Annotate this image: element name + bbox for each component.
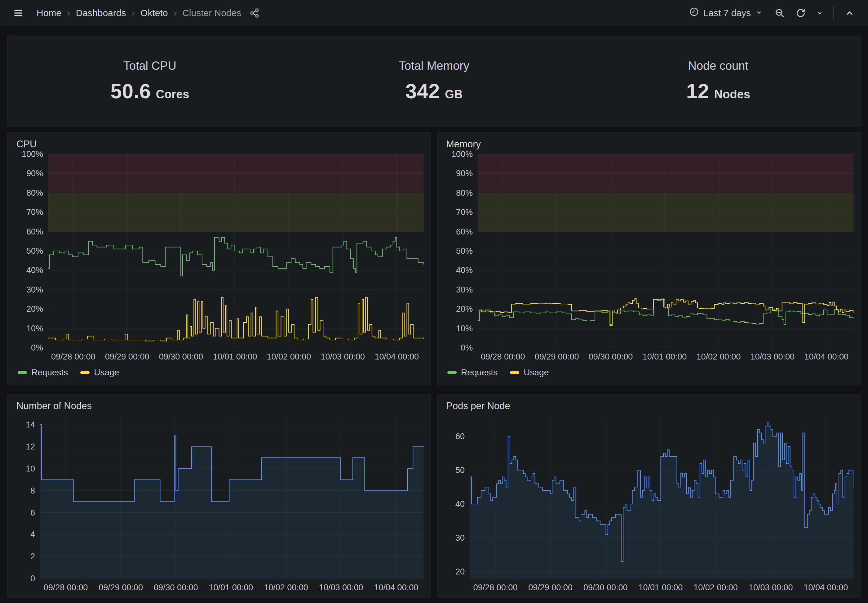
memory-plot[interactable] [478, 154, 853, 348]
x-axis-label: 09/30 00:00 [154, 583, 198, 592]
y-axis-label: 70% [26, 207, 43, 217]
legend-swatch [510, 371, 519, 374]
x-axis-label: 10/01 00:00 [643, 352, 687, 362]
panel-pods-per-node: Pods per Node 2030405060 09/28 00:0009/2… [437, 394, 860, 598]
x-axis-label: 10/04 00:00 [375, 352, 419, 362]
breadcrumb-separator: › [173, 7, 177, 19]
pods-x-axis: 09/28 00:0009/29 00:0009/30 00:0010/01 0… [470, 578, 853, 594]
y-axis-label: 100% [451, 150, 473, 159]
stat-title: Total Memory [399, 59, 469, 73]
y-axis-label: 8 [30, 486, 35, 495]
y-axis-label: 6 [30, 508, 35, 517]
y-axis-label: 30% [456, 285, 473, 294]
y-axis-label: 10% [26, 323, 43, 333]
panel-cluster-totals: Total CPU 50.6 Cores Total Memory 342 GB… [8, 35, 860, 127]
y-axis-label: 80% [26, 188, 43, 198]
x-axis-label: 09/29 00:00 [105, 352, 150, 362]
y-axis-label: 60% [456, 227, 473, 237]
nodes-plot[interactable] [40, 416, 424, 578]
stat-value: 342 [405, 79, 440, 103]
x-axis-label: 09/29 00:00 [528, 583, 573, 592]
panel-title-memory[interactable]: Memory [444, 139, 853, 150]
x-axis-label: 10/03 00:00 [319, 583, 363, 592]
legend-item-usage[interactable]: Usage [80, 368, 119, 377]
y-axis-label: 0% [461, 343, 473, 353]
x-axis-label: 10/03 00:00 [750, 352, 794, 362]
legend-label: Usage [94, 368, 119, 377]
legend-swatch [80, 371, 89, 374]
zoom-out-button[interactable] [771, 4, 789, 22]
y-axis-label: 2 [30, 552, 35, 561]
cpu-x-axis: 09/28 00:0009/29 00:0009/30 00:0010/01 0… [48, 348, 424, 363]
breadcrumb-cluster-nodes: Cluster Nodes [182, 8, 241, 18]
stat-unit: GB [445, 88, 463, 101]
y-axis-label: 100% [22, 150, 43, 159]
y-axis-label: 30 [455, 533, 465, 543]
y-axis-label: 20 [455, 567, 465, 577]
share-button[interactable] [245, 4, 264, 22]
panel-title-pods-per-node[interactable]: Pods per Node [444, 400, 853, 411]
stat-node-count: Node count 12 Nodes [576, 59, 860, 103]
x-axis-label: 10/02 00:00 [697, 352, 741, 362]
zoom-out-icon [774, 8, 785, 18]
x-axis-label: 09/29 00:00 [99, 583, 143, 592]
breadcrumb-okteto[interactable]: Okteto [140, 8, 168, 18]
x-axis-label: 09/28 00:00 [51, 352, 96, 362]
x-axis-label: 10/02 00:00 [267, 352, 311, 362]
memory-legend: RequestsUsage [444, 365, 853, 380]
legend-item-requests[interactable]: Requests [18, 368, 68, 377]
cpu-y-axis: 0%10%20%30%40%50%60%70%80%90%100% [15, 154, 48, 348]
refresh-icon [796, 8, 806, 18]
panel-title-number-of-nodes[interactable]: Number of Nodes [15, 400, 424, 411]
x-axis-label: 09/30 00:00 [589, 352, 633, 362]
stat-unit: Nodes [714, 88, 750, 101]
y-axis-label: 90% [26, 169, 43, 178]
stat-total-cpu: Total CPU 50.6 Cores [8, 59, 292, 103]
y-axis-label: 60 [455, 431, 465, 441]
y-axis-label: 70% [456, 207, 473, 217]
time-range-label: Last 7 days [703, 8, 751, 18]
pods-plot[interactable] [470, 416, 853, 578]
legend-label: Requests [31, 368, 68, 377]
breadcrumb-home[interactable]: Home [37, 8, 62, 18]
x-axis-label: 10/04 00:00 [804, 352, 848, 362]
breadcrumb: Home › Dashboards › Okteto › Cluster Nod… [37, 7, 241, 19]
y-axis-label: 40 [455, 499, 465, 509]
y-axis-label: 60% [26, 227, 43, 237]
y-axis-label: 40% [456, 266, 473, 275]
nodes-x-axis: 09/28 00:0009/29 00:0009/30 00:0010/01 0… [40, 578, 424, 594]
dashboard-content: Total CPU 50.6 Cores Total Memory 342 GB… [0, 26, 868, 598]
clock-icon [689, 7, 699, 19]
navbar-divider [833, 6, 834, 20]
panel-title-cpu[interactable]: CPU [15, 139, 424, 150]
y-axis-label: 20% [26, 304, 43, 314]
breadcrumb-dashboards[interactable]: Dashboards [76, 8, 126, 18]
legend-label: Requests [461, 368, 498, 377]
stat-total-memory: Total Memory 342 GB [292, 59, 576, 103]
share-icon [250, 8, 259, 18]
y-axis-label: 50% [26, 246, 43, 256]
menu-button[interactable] [9, 4, 27, 22]
legend-item-requests[interactable]: Requests [447, 368, 498, 377]
pods-y-axis: 2030405060 [444, 416, 470, 578]
stat-title: Total CPU [123, 59, 176, 73]
y-axis-label: 4 [30, 530, 35, 540]
time-range-picker[interactable]: Last 7 days [684, 4, 768, 22]
chevron-down-icon [816, 9, 823, 17]
refresh-button[interactable] [792, 4, 810, 22]
legend-item-usage[interactable]: Usage [510, 368, 549, 377]
y-axis-label: 12 [26, 442, 35, 451]
x-axis-label: 09/28 00:00 [44, 583, 88, 592]
x-axis-label: 09/30 00:00 [583, 583, 628, 592]
refresh-interval-button[interactable] [813, 4, 826, 22]
x-axis-label: 09/28 00:00 [481, 352, 525, 362]
x-axis-label: 10/01 00:00 [638, 583, 683, 592]
collapse-navbar-button[interactable] [841, 4, 859, 22]
y-axis-label: 90% [456, 169, 473, 178]
memory-x-axis: 09/28 00:0009/29 00:0009/30 00:0010/01 0… [478, 348, 853, 363]
cpu-plot[interactable] [48, 154, 424, 348]
y-axis-label: 0 [30, 574, 35, 583]
legend-swatch [18, 371, 27, 374]
menu-icon [13, 8, 23, 18]
breadcrumb-separator: › [66, 7, 71, 19]
